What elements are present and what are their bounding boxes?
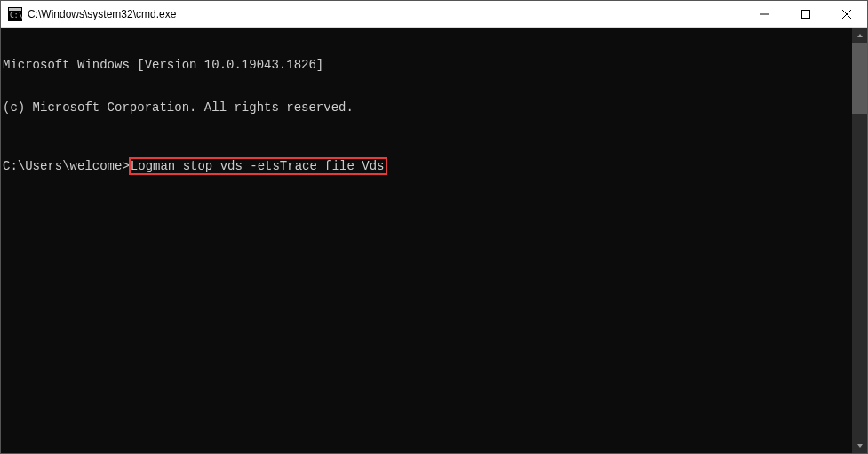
prompt: C:\Users\welcome> xyxy=(3,159,130,173)
cmd-window: C:\ C:\Windows\system32\cmd.exe xyxy=(0,0,868,454)
scroll-down-button[interactable] xyxy=(852,438,867,453)
svg-rect-1 xyxy=(9,8,21,11)
minimize-icon xyxy=(760,10,769,19)
content-area: Microsoft Windows [Version 10.0.19043.18… xyxy=(1,28,867,453)
svg-marker-7 xyxy=(857,34,863,37)
svg-marker-8 xyxy=(857,444,863,448)
cmd-icon: C:\ xyxy=(8,7,22,21)
maximize-button[interactable] xyxy=(785,1,826,27)
window-title: C:\Windows\system32\cmd.exe xyxy=(28,8,745,20)
scrollbar-thumb[interactable] xyxy=(852,43,867,114)
maximize-icon xyxy=(801,10,810,19)
close-button[interactable] xyxy=(826,1,867,27)
terminal-line: Microsoft Windows [Version 10.0.19043.18… xyxy=(3,58,850,72)
terminal[interactable]: Microsoft Windows [Version 10.0.19043.18… xyxy=(1,28,852,453)
vertical-scrollbar[interactable] xyxy=(852,28,867,453)
terminal-line: (c) Microsoft Corporation. All rights re… xyxy=(3,100,850,115)
window-controls xyxy=(745,1,867,27)
chevron-down-icon xyxy=(856,442,864,450)
command-highlight: Logman stop vds -etsTrace file Vds xyxy=(129,157,388,175)
svg-rect-4 xyxy=(802,10,810,18)
close-icon xyxy=(842,10,851,19)
scroll-up-button[interactable] xyxy=(852,28,867,43)
svg-text:C:\: C:\ xyxy=(10,12,22,20)
minimize-button[interactable] xyxy=(745,1,785,27)
prompt-line: C:\Users\welcome>Logman stop vds -etsTra… xyxy=(3,157,850,175)
chevron-up-icon xyxy=(856,32,864,39)
titlebar[interactable]: C:\ C:\Windows\system32\cmd.exe xyxy=(1,1,867,28)
